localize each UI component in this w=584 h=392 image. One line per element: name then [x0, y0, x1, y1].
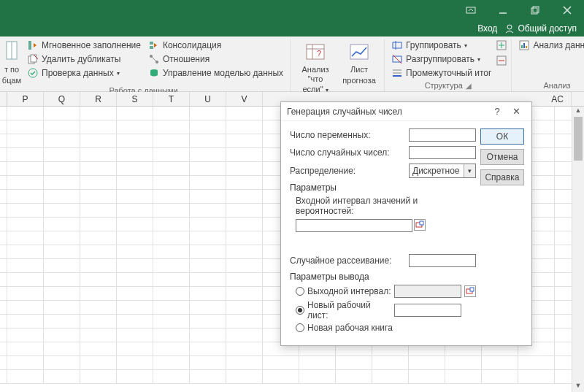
dialog-close-icon[interactable]: ✕ — [507, 106, 526, 117]
data-validation-icon — [27, 67, 39, 79]
relationships-icon — [148, 53, 160, 65]
parameters-group-label: Параметры — [290, 182, 476, 193]
new-workbook-radio[interactable] — [296, 323, 304, 332]
data-validation-button[interactable]: Проверка данных ▾ — [25, 66, 143, 80]
random-seed-label: Случайное рассеивание: — [290, 255, 406, 266]
output-range-label: Выходной интервал: — [307, 286, 391, 296]
text-to-columns-icon — [0, 40, 23, 64]
consolidate-icon — [148, 39, 160, 51]
share-button[interactable]: Общий доступ — [504, 23, 577, 34]
svg-text:?: ? — [317, 49, 321, 58]
col-header[interactable]: S — [117, 92, 153, 106]
group-label-structure: Структура ◢ — [389, 80, 507, 91]
dialog-help-icon[interactable]: ? — [488, 106, 507, 117]
col-header[interactable]: U — [190, 92, 226, 106]
scroll-thumb[interactable] — [574, 117, 583, 161]
ungroup-icon — [391, 53, 403, 65]
what-if-analysis-button[interactable]: ? Анализ "что если" ▾ — [295, 39, 336, 94]
num-random-label: Число случайных чисел: — [290, 147, 406, 158]
chevron-down-icon: ▾ — [464, 164, 475, 177]
col-header[interactable]: V — [226, 92, 263, 106]
ribbon-options-icon[interactable] — [460, 7, 482, 14]
output-range-radio[interactable] — [296, 287, 304, 296]
dialog-titlebar[interactable]: Генерация случайных чисел ? ✕ — [281, 102, 531, 121]
dialog-launcher-icon[interactable]: ◢ — [466, 82, 472, 90]
new-worksheet-radio[interactable] — [296, 306, 304, 315]
distribution-select[interactable]: Дискретное ▾ — [409, 164, 476, 178]
relationships-button[interactable]: Отношения — [146, 53, 285, 66]
flash-fill-button[interactable]: Мгновенное заполнение — [25, 39, 143, 52]
num-variables-input[interactable] — [409, 128, 476, 142]
new-workbook-label: Новая рабочая книга — [307, 323, 393, 333]
svg-rect-20 — [307, 45, 324, 59]
col-header[interactable]: Q — [44, 92, 80, 106]
data-analysis-button[interactable]: Анализ данных — [516, 39, 584, 52]
svg-line-18 — [152, 57, 156, 61]
flash-fill-icon — [27, 39, 39, 51]
svg-rect-42 — [420, 221, 423, 225]
forecast-sheet-icon — [347, 40, 371, 64]
vertical-scrollbar[interactable]: ▲ ▼ — [572, 107, 584, 392]
svg-rect-11 — [31, 55, 36, 62]
input-range-input[interactable] — [296, 219, 412, 232]
subtotal-button[interactable]: Промежуточный итог — [389, 66, 493, 80]
range-picker-icon[interactable] — [414, 219, 426, 231]
minimize-icon[interactable] — [492, 6, 514, 15]
data-analysis-icon — [518, 39, 530, 51]
col-header[interactable]: T — [153, 92, 190, 106]
svg-rect-9 — [28, 41, 31, 50]
svg-point-6 — [507, 25, 512, 29]
ungroup-button[interactable]: Разгруппировать ▾ — [389, 53, 493, 66]
random-number-generation-dialog: Генерация случайных чисел ? ✕ Число пере… — [280, 101, 532, 346]
new-worksheet-input[interactable] — [394, 304, 461, 317]
svg-rect-25 — [393, 42, 402, 48]
svg-rect-0 — [466, 7, 475, 13]
ok-button[interactable]: ОК — [480, 128, 524, 145]
group-button[interactable]: Группировать ▾ — [389, 39, 493, 52]
text-to-columns-button[interactable]: т по бцам — [1, 39, 22, 85]
svg-rect-38 — [521, 45, 523, 48]
svg-rect-15 — [150, 46, 153, 49]
remove-duplicates-button[interactable]: Удалить дубликаты — [25, 53, 143, 66]
data-model-icon — [148, 67, 160, 79]
random-seed-input[interactable] — [409, 254, 476, 267]
scroll-down-icon[interactable]: ▼ — [572, 382, 584, 392]
manage-data-model-button[interactable]: Управление моделью данных — [146, 66, 285, 80]
consolidate-button[interactable]: Консолидация — [146, 39, 285, 52]
account-bar: Вход Общий доступ — [0, 20, 584, 36]
range-picker-icon[interactable] — [464, 285, 476, 297]
distribution-label: Распределение: — [290, 166, 406, 176]
forecast-sheet-button[interactable]: Лист прогноза — [339, 39, 380, 85]
what-if-icon: ? — [304, 40, 327, 64]
hide-detail-icon[interactable] — [496, 55, 507, 68]
svg-rect-3 — [533, 7, 539, 12]
window-titlebar — [0, 0, 584, 20]
remove-duplicates-icon — [27, 53, 39, 65]
cancel-button[interactable]: Отмена — [480, 149, 524, 165]
dialog-title: Генерация случайных чисел — [287, 107, 488, 117]
restore-icon[interactable] — [524, 6, 546, 15]
sign-in-link[interactable]: Вход — [477, 23, 497, 34]
show-detail-icon[interactable] — [496, 40, 507, 53]
group-label-analysis: Анализ — [516, 80, 584, 91]
subtotal-icon — [391, 67, 403, 79]
output-params-group-label: Параметры вывода — [290, 272, 476, 282]
scroll-up-icon[interactable]: ▲ — [572, 107, 584, 117]
num-variables-label: Число переменных: — [290, 130, 406, 140]
svg-rect-2 — [531, 8, 537, 14]
output-range-input — [394, 285, 461, 298]
group-icon — [391, 39, 403, 51]
close-icon[interactable] — [556, 6, 578, 15]
col-header[interactable]: AC — [544, 92, 572, 106]
svg-rect-44 — [470, 288, 474, 291]
person-icon — [504, 23, 515, 34]
col-header[interactable]: R — [80, 92, 117, 106]
col-header[interactable]: P — [7, 92, 44, 106]
num-random-input[interactable] — [409, 146, 476, 159]
svg-rect-24 — [350, 45, 368, 59]
help-button[interactable]: Справка — [480, 169, 524, 185]
svg-rect-14 — [150, 42, 153, 45]
input-range-label: Входной интервал значений и вероятностей… — [296, 196, 476, 216]
svg-rect-39 — [523, 43, 525, 48]
svg-rect-40 — [526, 46, 527, 48]
